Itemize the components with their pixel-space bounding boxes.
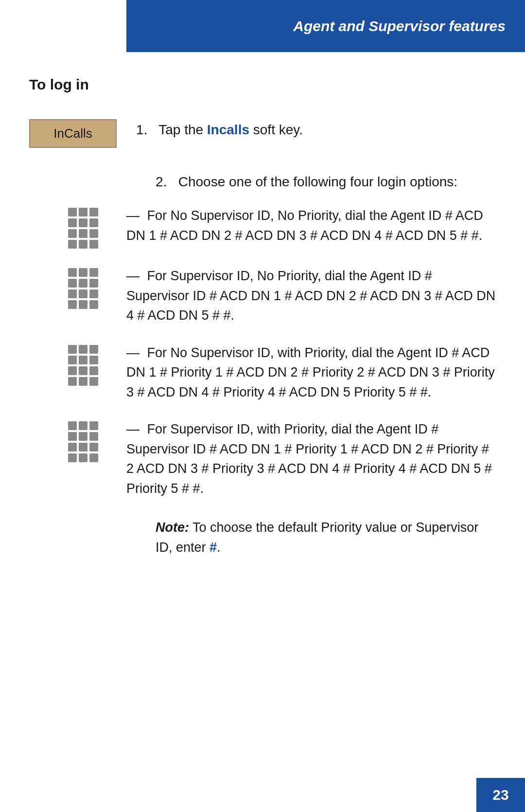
step2-intro: 2. Choose one of the following four logi… [156,172,496,191]
header-title: Agent and Supervisor features [293,18,506,35]
step1-row: InCalls 1. Tap the Incalls soft key. [29,117,496,148]
step1-text-after: soft key. [249,122,303,137]
option3-text: — For No Supervisor ID, with Priority, d… [126,343,496,402]
keypad-icon-4 [68,421,112,462]
header-bar: Agent and Supervisor features [126,0,525,52]
step1-number: 1. [136,122,147,137]
page-number: 23 [492,787,508,803]
option1-text: — For No Supervisor ID, No Priority, dia… [126,206,496,245]
list-item: — For Supervisor ID, with Priority, dial… [29,419,496,498]
section-heading: To log in [29,76,496,93]
note-text-before: To choose the default Priority value or … [156,520,478,555]
incalls-button[interactable]: InCalls [29,119,117,148]
option4-text: — For Supervisor ID, with Priority, dial… [126,419,496,498]
main-content: To log in InCalls 1. Tap the Incalls sof… [0,52,525,778]
page-number-box: 23 [476,778,525,812]
list-item: — For No Supervisor ID, with Priority, d… [29,343,496,402]
option2-text: — For Supervisor ID, No Priority, dial t… [126,266,496,325]
keypad-icon-1 [68,208,112,249]
note-section: Note: To choose the default Priority val… [156,518,496,557]
note-highlight: # [210,540,217,555]
keypad-icon-3 [68,345,112,386]
incalls-highlight: Incalls [207,122,249,137]
note-text-after: . [217,540,221,555]
list-item: — For No Supervisor ID, No Priority, dia… [29,206,496,249]
keypad-icon-2 [68,268,112,309]
step2-number: 2. [156,174,167,189]
note-label: Note: [156,520,189,535]
sub-items-list: — For No Supervisor ID, No Priority, dia… [29,206,496,498]
step1-text-before: Tap the [158,122,207,137]
step1-text: 1. Tap the Incalls soft key. [136,117,303,139]
list-item: — For Supervisor ID, No Priority, dial t… [29,266,496,325]
step2-intro-text: Choose one of the following four login o… [178,174,457,189]
